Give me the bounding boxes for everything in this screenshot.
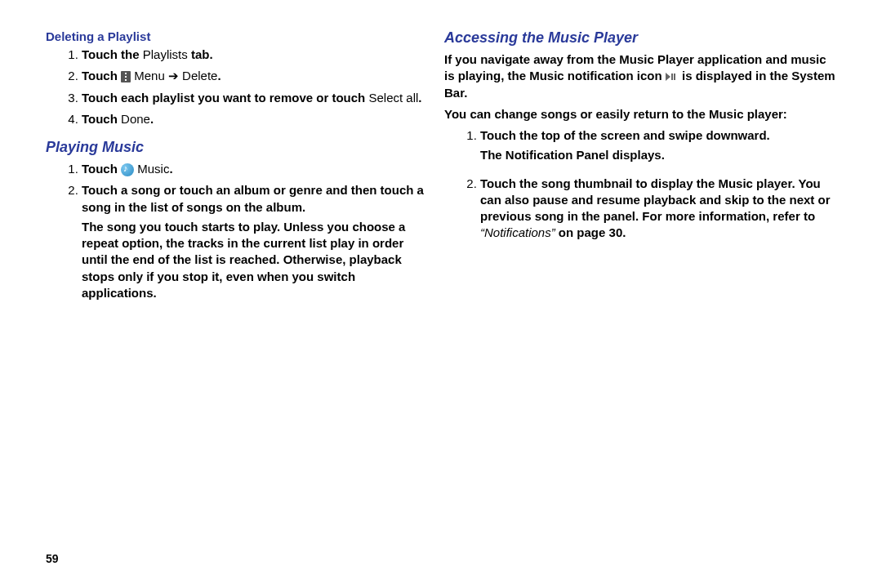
right-column: Accessing the Music Player If you naviga… — [441, 29, 836, 564]
period: . — [418, 91, 421, 105]
manual-page: Deleting a Playlist Touch the Playlists … — [0, 0, 882, 588]
step-text: Touch a song or touch an album or genre … — [82, 183, 424, 213]
period: . — [217, 69, 220, 82]
heading-deleting-playlist: Deleting a Playlist — [46, 29, 425, 43]
music-icon — [121, 163, 134, 176]
step-text-plain: Playlists — [143, 47, 191, 61]
step-text: you want to remove or touch — [198, 91, 368, 105]
pm-step-2-body: The song you touch starts to play. Unles… — [82, 219, 425, 301]
pm-step-1: Touch Music. — [82, 161, 425, 177]
step-text: tab. — [191, 47, 213, 61]
step-text: Touch — [82, 162, 121, 176]
step-text: Touch the — [82, 47, 143, 61]
select-all-label: Select all — [368, 91, 418, 105]
period: . — [169, 162, 172, 176]
access-steps: Touch the top of the screen and swipe do… — [444, 127, 836, 242]
del-step-3: Touch each playlist you want to remove o… — [82, 90, 425, 106]
pm-step-2: Touch a song or touch an album or genre … — [82, 182, 425, 301]
step-text: Touch each playlist — [82, 91, 198, 105]
playing-steps: Touch Music. Touch a song or touch an al… — [46, 161, 425, 301]
step-text: Touch the top of the screen and swipe do… — [480, 128, 770, 142]
notifications-ref: “Notifications” — [480, 225, 555, 239]
step-text: Touch — [82, 69, 121, 82]
access-para-1: If you navigate away from the Music Play… — [444, 51, 836, 101]
period: . — [150, 112, 154, 126]
step-text: Touch the song thumbnail to display the … — [480, 176, 830, 224]
del-step-1: Touch the Playlists tab. — [82, 47, 425, 63]
heading-playing-music: Playing Music — [46, 139, 425, 156]
music-label: Music — [137, 162, 169, 176]
page-number: 59 — [46, 552, 59, 565]
onpage-text: on page 30. — [555, 225, 626, 239]
heading-accessing-player: Accessing the Music Player — [444, 29, 836, 47]
del-step-2: Touch Menu ➔ Delete. — [82, 68, 425, 84]
menu-icon — [121, 71, 131, 82]
acc-step-1: Touch the top of the screen and swipe do… — [480, 127, 836, 164]
menu-label: Menu — [134, 69, 165, 82]
step-text: Touch — [82, 112, 121, 126]
access-para-2: You can change songs or easily return to… — [444, 106, 836, 122]
done-label: Done — [121, 112, 150, 126]
music-notification-icon — [666, 72, 679, 82]
deleting-steps: Touch the Playlists tab. Touch Menu ➔ De… — [46, 47, 425, 127]
acc-step-1-body: The Notification Panel displays. — [480, 147, 836, 163]
arrow: ➔ — [165, 69, 182, 82]
del-step-4: Touch Done. — [82, 111, 425, 127]
left-column: Deleting a Playlist Touch the Playlists … — [46, 29, 441, 564]
acc-step-2: Touch the song thumbnail to display the … — [480, 176, 836, 242]
delete-label: Delete — [182, 69, 217, 82]
